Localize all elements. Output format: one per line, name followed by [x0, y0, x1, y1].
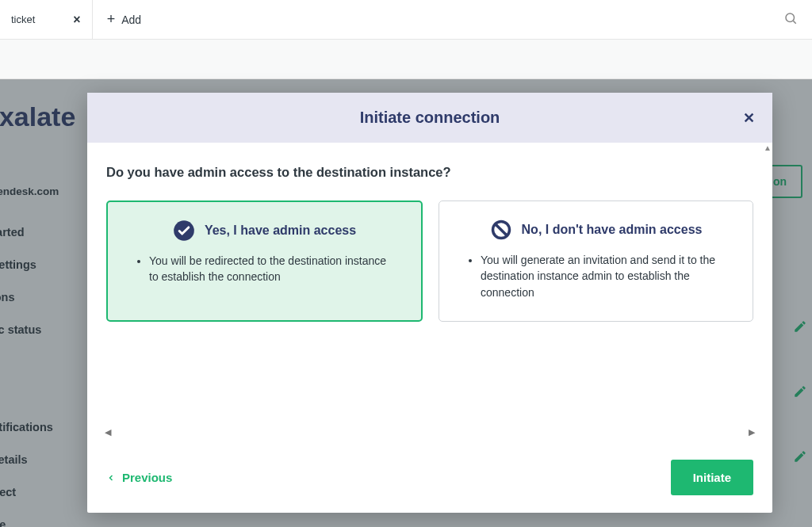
- choice-yes-admin-access[interactable]: Yes, I have admin access You will be red…: [106, 200, 423, 322]
- svg-line-4: [495, 223, 507, 235]
- sub-toolbar: [0, 40, 812, 79]
- modal-title: Initiate connection: [360, 109, 500, 127]
- initiate-button[interactable]: Initiate: [671, 460, 753, 495]
- previous-label: Previous: [122, 471, 172, 484]
- scroll-right-icon[interactable]: ▶: [749, 427, 755, 437]
- choice-no-detail: You will generate an invitation and send…: [481, 252, 729, 300]
- search-icon[interactable]: [783, 14, 798, 28]
- close-icon[interactable]: ×: [73, 13, 80, 27]
- previous-button[interactable]: Previous: [106, 471, 172, 484]
- modal-body: Do you have admin access to the destinat…: [87, 143, 772, 445]
- choice-no-title: No, I don't have admin access: [522, 223, 703, 237]
- initiate-connection-modal: Initiate connection ✕ Do you have admin …: [87, 93, 772, 513]
- horizontal-scrollbar[interactable]: ◀ ▶: [103, 426, 756, 437]
- add-tab-button[interactable]: + Add: [93, 11, 155, 28]
- add-tab-label: Add: [121, 13, 141, 26]
- choice-yes-detail: You will be redirected to the destinatio…: [149, 253, 397, 285]
- modal-header: Initiate connection ✕: [87, 93, 772, 143]
- tab-ticket[interactable]: ticket ×: [0, 0, 93, 39]
- top-tab-bar: ticket × + Add: [0, 0, 812, 40]
- check-circle-icon: [173, 220, 195, 242]
- scroll-left-icon[interactable]: ◀: [105, 427, 111, 437]
- choice-no-admin-access[interactable]: No, I don't have admin access You will g…: [439, 200, 753, 322]
- no-entry-icon: [490, 219, 512, 241]
- admin-access-choices: Yes, I have admin access You will be red…: [106, 200, 753, 322]
- svg-point-0: [786, 13, 795, 22]
- modal-question: Do you have admin access to the destinat…: [106, 165, 753, 180]
- modal-footer: Previous Initiate: [87, 445, 772, 513]
- vertical-scrollbar[interactable]: ▲: [764, 143, 772, 460]
- plus-icon: +: [107, 11, 116, 28]
- scroll-up-icon[interactable]: ▲: [764, 143, 772, 152]
- svg-line-1: [793, 21, 795, 23]
- tab-label: ticket: [11, 13, 35, 25]
- choice-yes-title: Yes, I have admin access: [205, 223, 356, 238]
- search-area: [783, 11, 812, 29]
- close-icon[interactable]: ✕: [743, 109, 755, 127]
